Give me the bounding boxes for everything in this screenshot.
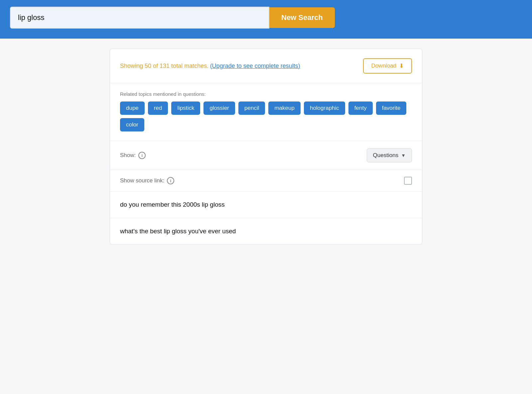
questions-label: Questions — [373, 152, 399, 159]
tag-fenty[interactable]: fenty — [348, 101, 373, 115]
results-card: Showing 50 of 131 total matches. (Upgrad… — [110, 49, 422, 245]
search-input[interactable] — [10, 7, 269, 29]
download-icon: ⬇ — [399, 62, 404, 70]
header: New Search — [0, 0, 532, 39]
source-link-text: Show source link: — [120, 177, 164, 184]
related-topics-label: Related topics mentioned in questions: — [120, 91, 412, 97]
tag-color[interactable]: color — [120, 118, 144, 131]
tag-glossier[interactable]: glossier — [203, 101, 235, 115]
main-content: Showing 50 of 131 total matches. (Upgrad… — [100, 39, 432, 255]
source-link-row: Show source link: i — [110, 170, 422, 192]
tag-lipstick[interactable]: lipstick — [171, 101, 200, 115]
show-info-icon[interactable]: i — [138, 152, 146, 159]
download-button[interactable]: Download ⬇ — [363, 58, 412, 74]
source-link-checkbox[interactable] — [404, 177, 412, 185]
source-link-label-area: Show source link: i — [120, 177, 174, 184]
related-topics-section: Related topics mentioned in questions: d… — [110, 83, 422, 141]
page-wrapper: New Search Showing 50 of 131 total match… — [0, 0, 532, 255]
tags-container: dupe red lipstick glossier pencil makeup… — [120, 101, 412, 131]
show-label-area: Show: i — [120, 152, 146, 159]
result-item: what's the best lip gloss you've ever us… — [110, 218, 422, 245]
tag-holographic[interactable]: holographic — [304, 101, 345, 115]
search-input-wrapper — [10, 7, 269, 29]
new-search-button[interactable]: New Search — [269, 7, 335, 28]
result-text-1: do you remember this 2000s lip gloss — [120, 201, 225, 208]
questions-dropdown[interactable]: Questions ▼ — [367, 148, 412, 162]
tag-red[interactable]: red — [148, 101, 168, 115]
tag-makeup[interactable]: makeup — [268, 101, 300, 115]
tag-dupe[interactable]: dupe — [120, 101, 145, 115]
download-label: Download — [371, 63, 396, 69]
result-text-2: what's the best lip gloss you've ever us… — [120, 228, 236, 235]
source-link-info-icon[interactable]: i — [167, 177, 174, 184]
show-text: Show: — [120, 152, 136, 159]
results-count: Showing 50 of 131 total matches. — [120, 63, 208, 69]
upgrade-link[interactable]: (Upgrade to see complete results) — [210, 63, 300, 69]
results-count-area: Showing 50 of 131 total matches. (Upgrad… — [120, 63, 300, 70]
show-row: Show: i Questions ▼ — [110, 141, 422, 170]
tag-favorite[interactable]: favorite — [376, 101, 407, 115]
tag-pencil[interactable]: pencil — [238, 101, 265, 115]
result-item: do you remember this 2000s lip gloss — [110, 192, 422, 218]
chevron-down-icon: ▼ — [401, 153, 406, 158]
results-header: Showing 50 of 131 total matches. (Upgrad… — [110, 49, 422, 83]
